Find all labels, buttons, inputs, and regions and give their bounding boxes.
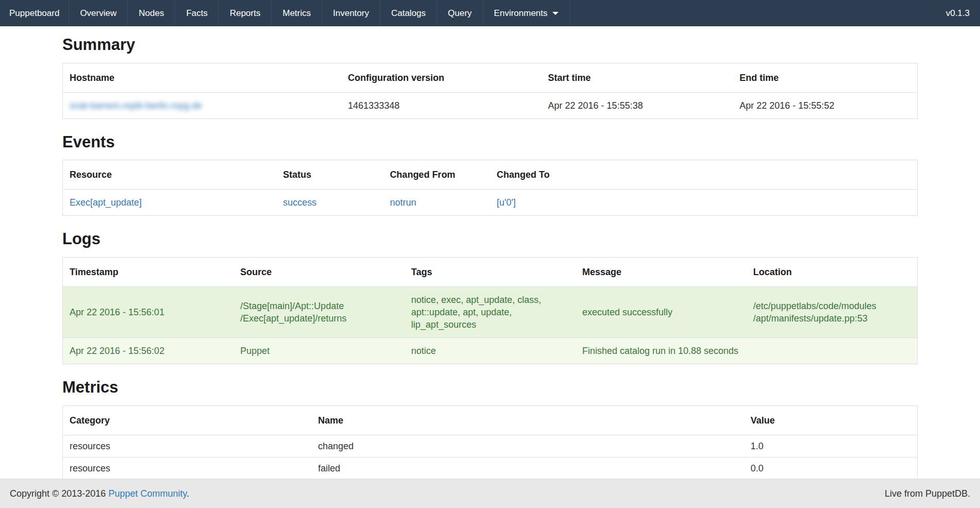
footer-live-status: Live from PuppetDB. (885, 488, 970, 499)
changed-from-cell: notrun (383, 190, 490, 216)
log-row: Apr 22 2016 - 15:56:01 /Stage[main]/Apt:… (63, 286, 918, 337)
events-section: Events Resource Status Changed From Chan… (62, 133, 918, 216)
nav-item-environments[interactable]: Environments (483, 0, 570, 26)
hostname-cell: snat-tserwm.mpib-berlin.mpg.de (63, 92, 342, 118)
footer-copyright: Copyright © 2013-2016 Puppet Community. (10, 488, 189, 499)
resource-link[interactable]: Exec[apt_update] (70, 197, 142, 208)
logs-table: Timestamp Source Tags Message Location A… (62, 257, 918, 364)
metric-value-cell: 1.0 (744, 435, 918, 457)
events-table: Resource Status Changed From Changed To … (62, 160, 918, 216)
end-time-cell: Apr 22 2016 - 15:55:52 (733, 92, 917, 118)
top-navbar: Puppetboard Overview Nodes Facts Reports… (0, 0, 980, 26)
log-source-cell: Puppet (233, 337, 404, 364)
summary-heading: Summary (62, 36, 918, 54)
log-location-cell: /etc/puppetlabs/code/modules /apt/manife… (747, 286, 918, 337)
summary-col-start-time: Start time (542, 63, 733, 92)
footer: Copyright © 2013-2016 Puppet Community. … (0, 479, 980, 508)
configuration-version-cell: 1461333348 (341, 92, 541, 118)
nav-item-catalogs[interactable]: Catalogs (380, 0, 437, 26)
summary-header-row: Hostname Configuration version Start tim… (63, 63, 918, 92)
changed-to-link[interactable]: [u'0'] (497, 197, 516, 208)
metric-row: resources changed 1.0 (63, 435, 918, 457)
puppet-community-link[interactable]: Puppet Community (108, 488, 187, 499)
metrics-col-value: Value (744, 405, 918, 435)
events-col-status: Status (276, 160, 383, 190)
events-col-resource: Resource (63, 160, 277, 190)
nav-item-inventory[interactable]: Inventory (322, 0, 380, 26)
status-link[interactable]: success (283, 197, 316, 208)
logs-header-row: Timestamp Source Tags Message Location (63, 257, 918, 286)
logs-col-source: Source (233, 257, 404, 286)
copyright-text: Copyright © 2013-2016 (10, 488, 108, 499)
summary-table: Hostname Configuration version Start tim… (62, 63, 918, 119)
events-col-changed-to: Changed To (490, 160, 918, 190)
events-col-changed-from: Changed From (383, 160, 490, 190)
nav-item-metrics[interactable]: Metrics (272, 0, 322, 26)
metric-category-cell: resources (63, 457, 312, 479)
logs-col-message: Message (576, 257, 747, 286)
metric-value-cell: 0.0 (744, 457, 918, 479)
chevron-down-icon (552, 12, 559, 15)
logs-col-location: Location (747, 257, 918, 286)
log-location-cell (747, 337, 918, 364)
metric-name-cell: changed (311, 435, 744, 457)
metric-category-cell: resources (63, 435, 312, 457)
log-tags-cell: notice, exec, apt_update, class, apt::up… (404, 286, 576, 337)
nav-item-facts[interactable]: Facts (175, 0, 219, 26)
start-time-cell: Apr 22 2016 - 15:55:38 (542, 92, 733, 118)
nav-item-environments-label: Environments (494, 8, 548, 19)
status-cell: success (276, 190, 383, 216)
logs-col-timestamp: Timestamp (63, 257, 234, 286)
metric-row: resources failed 0.0 (63, 457, 918, 479)
events-header-row: Resource Status Changed From Changed To (63, 160, 918, 190)
metrics-header-row: Category Name Value (63, 405, 918, 435)
nav-item-reports[interactable]: Reports (219, 0, 272, 26)
events-heading: Events (62, 133, 918, 151)
navbar-spacer (570, 0, 936, 26)
log-message-cell: executed successfully (576, 286, 747, 337)
metrics-col-name: Name (311, 405, 744, 435)
metrics-col-category: Category (63, 405, 312, 435)
copyright-period: . (187, 488, 189, 499)
metric-name-cell: failed (311, 457, 744, 479)
events-table-row: Exec[apt_update] success notrun [u'0'] (63, 190, 918, 216)
metrics-heading: Metrics (62, 378, 918, 397)
changed-from-link[interactable]: notrun (390, 197, 416, 208)
version-label: v0.1.3 (936, 0, 980, 26)
log-tags-cell: notice (404, 337, 576, 364)
navbar-brand[interactable]: Puppetboard (0, 0, 69, 26)
log-source-cell: /Stage[main]/Apt::Update /Exec[apt_updat… (233, 286, 404, 337)
resource-cell: Exec[apt_update] (63, 190, 277, 216)
nav-item-overview[interactable]: Overview (69, 0, 128, 26)
nav-item-nodes[interactable]: Nodes (128, 0, 175, 26)
summary-section: Summary Hostname Configuration version S… (62, 36, 918, 119)
changed-to-cell: [u'0'] (490, 190, 918, 216)
summary-col-hostname: Hostname (63, 63, 342, 92)
logs-heading: Logs (62, 230, 918, 248)
summary-col-end-time: End time (733, 63, 917, 92)
log-timestamp-cell: Apr 22 2016 - 15:56:02 (63, 337, 234, 364)
log-timestamp-cell: Apr 22 2016 - 15:56:01 (63, 286, 234, 337)
summary-table-row: snat-tserwm.mpib-berlin.mpg.de 146133334… (63, 92, 918, 118)
nav-item-query[interactable]: Query (437, 0, 483, 26)
log-row: Apr 22 2016 - 15:56:02 Puppet notice Fin… (63, 337, 918, 364)
logs-col-tags: Tags (404, 257, 576, 286)
summary-col-configuration-version: Configuration version (341, 63, 541, 92)
logs-section: Logs Timestamp Source Tags Message Locat… (62, 230, 918, 364)
main-content: Summary Hostname Configuration version S… (0, 36, 980, 508)
log-message-cell: Finished catalog run in 10.88 seconds (576, 337, 747, 364)
hostname-link[interactable]: snat-tserwm.mpib-berlin.mpg.de (70, 100, 202, 111)
